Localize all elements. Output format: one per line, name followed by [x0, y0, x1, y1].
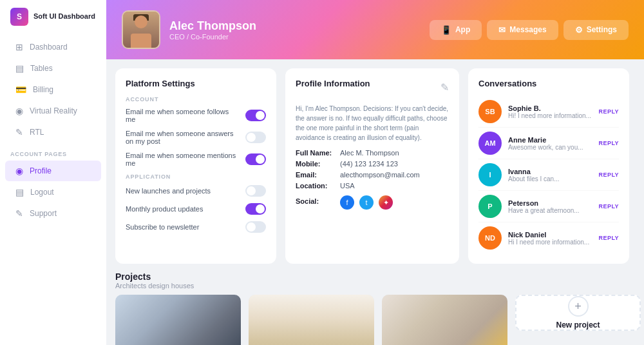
toggle-row-monthly: Monthly product updates [126, 203, 266, 215]
toggle-launches[interactable] [245, 185, 266, 197]
profile-field-2: Email:alecthompson@mail.com [296, 171, 449, 179]
conv-avatar-ivanna: I [478, 163, 502, 186]
field-value-1: (44) 123 1234 123 [340, 160, 398, 168]
sidebar-item-profile[interactable]: ◉Profile [5, 161, 101, 181]
sidebar-label-support: Support [30, 209, 57, 218]
field-value-3: USA [340, 182, 355, 190]
billing-icon: 💳 [15, 84, 26, 95]
field-value-2: alecthompson@mail.com [340, 171, 420, 179]
project-card-2[interactable]: Project #2 [115, 295, 241, 345]
conv-reply-peterson[interactable]: REPLY [599, 203, 619, 210]
sidebar-item-rtl[interactable]: ✎RTL [5, 122, 101, 143]
platform-settings-title: Platform Settings [126, 79, 266, 88]
social-label: Social: [296, 197, 337, 205]
sidebar-logo: S Soft UI Dashboard [0, 8, 106, 36]
conv-avatar-anne: AM [478, 132, 502, 155]
settings-tab-icon: ⚙ [575, 25, 583, 35]
profile-social-row: Social: f t ✦ [296, 193, 449, 210]
conv-info-sophie: Sophie B. Hi! I need more information... [508, 104, 592, 119]
conv-reply-sophie[interactable]: REPLY [599, 108, 619, 115]
toggle-row-answers: Email me when someone answers on my post [126, 130, 266, 145]
sidebar-item-virtual-reality[interactable]: ◉Virtual Reality [5, 101, 101, 121]
conv-name-nick: Nick Daniel [508, 231, 592, 239]
field-label-0: Full Name: [296, 149, 337, 157]
conv-name-peterson: Peterson [508, 199, 592, 207]
messages-tab-label: Messages [509, 25, 546, 34]
toggle-row-launches: New launches and projects [126, 185, 266, 197]
conv-name-ivanna: Ivanna [508, 168, 592, 175]
profile-icon: ◉ [15, 166, 23, 176]
profile-field-0: Full Name:Alec M. Thompson [296, 149, 449, 157]
sidebar-item-logout[interactable]: ▤Logout [5, 182, 101, 202]
project-2-image [115, 295, 241, 345]
field-label-2: Email: [296, 171, 337, 179]
conv-info-ivanna: Ivanna About files I can... [508, 168, 592, 182]
conv-item-anne: AM Anne Marie Awesome work, can you... R… [478, 128, 619, 159]
tab-settings[interactable]: ⚙Settings [564, 20, 629, 40]
sidebar-item-dashboard[interactable]: ⊞Dashboard [5, 37, 101, 57]
profile-info-card: Profile Information ✎ Hi, I'm Alec Thomp… [285, 68, 459, 264]
avatar [122, 10, 160, 49]
sidebar: S Soft UI Dashboard ⊞Dashboard▤Tables💳Bi… [0, 0, 106, 345]
projects-subtitle: Architects design houses [115, 282, 635, 290]
toggle-mentions[interactable] [245, 153, 266, 165]
conv-reply-anne[interactable]: REPLY [599, 140, 619, 146]
conv-preview-nick: Hi I need more information... [508, 239, 592, 246]
sidebar-label-rtl: RTL [30, 128, 44, 137]
conv-item-ivanna: I Ivanna About files I can... REPLY [478, 159, 619, 191]
messages-tab-icon: ✉ [498, 25, 506, 35]
new-project-plus-icon: + [568, 296, 589, 317]
profile-bio: Hi, I'm Alec Thompson. Decisions: If you… [296, 104, 449, 143]
field-value-0: Alec M. Thompson [340, 149, 399, 157]
conv-info-nick: Nick Daniel Hi I need more information..… [508, 231, 592, 246]
project-3-image [382, 295, 507, 345]
conversations-card: Conversations SB Sophie B. Hi! I need mo… [468, 68, 629, 264]
toggle-row-follows: Email me when someone follows me [126, 108, 266, 123]
sidebar-item-billing[interactable]: 💳Billing [5, 79, 101, 100]
project-card-3[interactable]: Project #3 [382, 295, 507, 345]
conv-preview-anne: Awesome work, can you... [508, 144, 592, 151]
account-section-label: ACCOUNT PAGES [0, 143, 106, 160]
conv-avatar-sophie: SB [478, 100, 502, 123]
field-label-1: Mobile: [296, 160, 337, 168]
tab-messages[interactable]: ✉Messages [487, 20, 558, 40]
profile-field-3: Location:USA [296, 182, 449, 190]
tab-app[interactable]: 📱App [430, 20, 482, 40]
conv-reply-ivanna[interactable]: REPLY [599, 172, 619, 178]
conv-reply-nick[interactable]: REPLY [599, 235, 619, 241]
sidebar-label-billing: Billing [33, 85, 53, 94]
header: Alec Thompson CEO / Co-Founder 📱App✉Mess… [106, 0, 644, 59]
project-card-1[interactable]: Project #1 [249, 295, 374, 345]
instagram-icon[interactable]: ✦ [379, 195, 393, 210]
header-title: CEO / Co-Founder [169, 33, 256, 41]
projects-title: Projects [115, 271, 635, 282]
toggle-label-follows: Email me when someone follows me [126, 108, 239, 123]
toggle-label-launches: New launches and projects [126, 187, 239, 195]
header-tabs: 📱App✉Messages⚙Settings [430, 20, 629, 40]
sidebar-label-dashboard: Dashboard [30, 43, 68, 52]
toggle-newsletter[interactable] [245, 221, 266, 233]
sidebar-item-support[interactable]: ✎Support [5, 203, 101, 224]
new-project-button[interactable]: + New project [515, 295, 641, 331]
toggle-label-mentions: Email me when someone mentions me [126, 152, 239, 167]
facebook-icon[interactable]: f [340, 195, 354, 210]
toggle-answers[interactable] [245, 132, 266, 143]
twitter-icon[interactable]: t [359, 195, 374, 210]
conv-avatar-nick: ND [478, 226, 502, 250]
sidebar-item-tables[interactable]: ▤Tables [5, 58, 101, 79]
main-content: Alec Thompson CEO / Co-Founder 📱App✉Mess… [106, 0, 644, 345]
conv-info-anne: Anne Marie Awesome work, can you... [508, 136, 592, 151]
edit-icon[interactable]: ✎ [440, 81, 449, 94]
sidebar-label-virtual-reality: Virtual Reality [30, 106, 77, 115]
conv-preview-ivanna: About files I can... [508, 175, 592, 182]
toggle-follows[interactable] [245, 110, 266, 121]
sidebar-label-tables: Tables [30, 64, 53, 73]
virtual-reality-icon: ◉ [15, 106, 23, 116]
support-icon: ✎ [15, 208, 23, 219]
profile-field-1: Mobile:(44) 123 1234 123 [296, 160, 449, 168]
new-project-area: + New project ⚙ [515, 295, 641, 345]
toggle-monthly[interactable] [245, 203, 266, 215]
header-profile: Alec Thompson CEO / Co-Founder [122, 10, 256, 49]
conv-item-sophie: SB Sophie B. Hi! I need more information… [478, 96, 619, 128]
dashboard-icon: ⊞ [15, 42, 23, 52]
